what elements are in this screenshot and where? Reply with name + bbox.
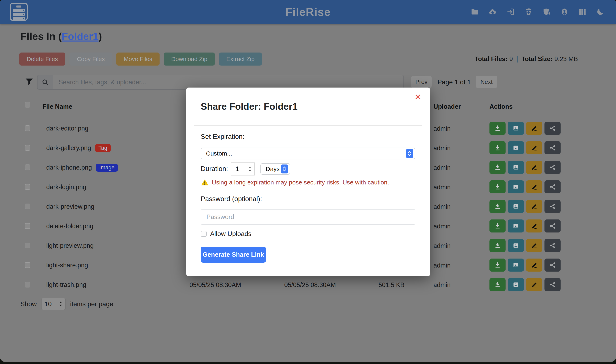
sign-in-icon[interactable] [506, 8, 515, 16]
date-modified: 05/05/25 08:30AM [190, 281, 241, 289]
select-all-checkbox[interactable] [25, 102, 30, 107]
select-stepper-icon [281, 165, 288, 173]
file-name: light-preview.png [46, 241, 94, 250]
share-button[interactable] [545, 278, 561, 291]
uploader: admin [433, 223, 451, 230]
row-actions [490, 259, 561, 272]
row-checkbox[interactable] [25, 125, 30, 131]
share-button[interactable] [545, 220, 561, 233]
download-zip-button[interactable]: Download Zip [164, 52, 215, 65]
row-actions [490, 239, 561, 252]
allow-uploads-checkbox[interactable] [201, 231, 207, 237]
move-files-button[interactable]: Move Files [116, 52, 160, 65]
file-name: delete-folder.png [46, 221, 93, 231]
copy-files-button[interactable]: Copy Files [69, 52, 112, 65]
folder-icon[interactable] [470, 8, 479, 16]
edit-button[interactable] [526, 220, 542, 233]
download-button[interactable] [490, 278, 506, 291]
image-button[interactable] [508, 278, 524, 291]
file-name: light-share.png [46, 260, 88, 270]
prev-page-button[interactable]: Prev [411, 76, 432, 88]
shield-user-icon[interactable] [542, 8, 551, 16]
table-row: light-trash.png05/05/25 08:30AM05/05/25 … [0, 275, 616, 294]
password-input[interactable] [201, 209, 415, 224]
share-button[interactable] [545, 122, 561, 135]
number-spinner-icon[interactable] [247, 165, 253, 173]
items-per-page-select[interactable]: 10 [41, 298, 66, 310]
edit-button[interactable] [526, 122, 542, 135]
row-actions [490, 180, 561, 193]
row-checkbox[interactable] [25, 262, 30, 268]
file-name: dark-preview.png [46, 202, 94, 211]
image-button[interactable] [508, 180, 524, 193]
user-icon[interactable] [560, 8, 569, 16]
expiration-select[interactable]: Custom... [201, 148, 415, 159]
download-button[interactable] [490, 239, 506, 252]
download-button[interactable] [490, 161, 506, 174]
row-checkbox[interactable] [25, 165, 30, 170]
row-checkbox[interactable] [25, 282, 30, 287]
share-button[interactable] [545, 161, 561, 174]
row-checkbox[interactable] [25, 204, 30, 209]
server-menu-icon[interactable] [10, 3, 28, 21]
uploader: admin [433, 184, 451, 191]
next-page-button[interactable]: Next [476, 76, 497, 88]
row-checkbox[interactable] [25, 145, 30, 151]
image-button[interactable] [508, 239, 524, 252]
folder-breadcrumb-link[interactable]: Folder1 [62, 31, 99, 42]
file-name: dark-login.png [46, 182, 86, 192]
image-button[interactable] [508, 141, 524, 154]
share-button[interactable] [545, 200, 561, 213]
duration-unit-select[interactable]: Days [260, 163, 290, 175]
navbar-icons [470, 0, 605, 24]
edit-button[interactable] [526, 259, 542, 272]
trash-restore-icon[interactable] [524, 8, 533, 16]
moon-icon[interactable] [596, 8, 605, 16]
delete-files-button[interactable]: Delete Files [19, 52, 65, 65]
share-button[interactable] [545, 141, 561, 154]
download-button[interactable] [490, 259, 506, 272]
grid-icon[interactable] [578, 8, 587, 16]
row-checkbox[interactable] [25, 223, 30, 229]
select-stepper-icon [406, 149, 413, 158]
image-button[interactable] [508, 200, 524, 213]
download-button[interactable] [490, 141, 506, 154]
file-name: light-trash.png [46, 280, 86, 289]
edit-button[interactable] [526, 161, 542, 174]
image-button[interactable] [508, 259, 524, 272]
close-icon[interactable]: ✕ [415, 93, 421, 101]
uploader: admin [433, 203, 451, 210]
share-button[interactable] [545, 180, 561, 193]
image-button[interactable] [508, 220, 524, 233]
download-button[interactable] [490, 122, 506, 135]
image-button[interactable] [508, 161, 524, 174]
download-button[interactable] [490, 180, 506, 193]
cloud-upload-icon[interactable] [488, 8, 497, 16]
row-checkbox[interactable] [25, 243, 30, 248]
edit-button[interactable] [526, 200, 542, 213]
download-button[interactable] [490, 200, 506, 213]
filter-icon[interactable] [25, 77, 34, 86]
row-actions [490, 161, 561, 174]
edit-button[interactable] [526, 239, 542, 252]
edit-button[interactable] [526, 141, 542, 154]
row-checkbox[interactable] [25, 184, 30, 190]
edit-button[interactable] [526, 278, 542, 291]
duration-input[interactable]: 1 [231, 162, 255, 175]
password-label: Password (optional): [201, 195, 262, 203]
share-button[interactable] [545, 239, 561, 252]
share-button[interactable] [545, 259, 561, 272]
edit-button[interactable] [526, 180, 542, 193]
image-badge: Image [96, 164, 118, 172]
uploader: admin [433, 164, 451, 171]
items-per-page: Show 10 items per page [20, 298, 113, 310]
download-button[interactable] [490, 220, 506, 233]
file-size: 501.5 KB [355, 281, 404, 289]
generate-share-link-button[interactable]: Generate Share Link [201, 247, 266, 263]
extract-zip-button[interactable]: Extract Zip [219, 52, 262, 65]
search-input[interactable] [53, 75, 403, 89]
file-name: dark-editor.png [46, 124, 88, 133]
uploader: admin [433, 262, 451, 269]
image-button[interactable] [508, 122, 524, 135]
page-title: Files in (Folder1) [20, 30, 102, 42]
